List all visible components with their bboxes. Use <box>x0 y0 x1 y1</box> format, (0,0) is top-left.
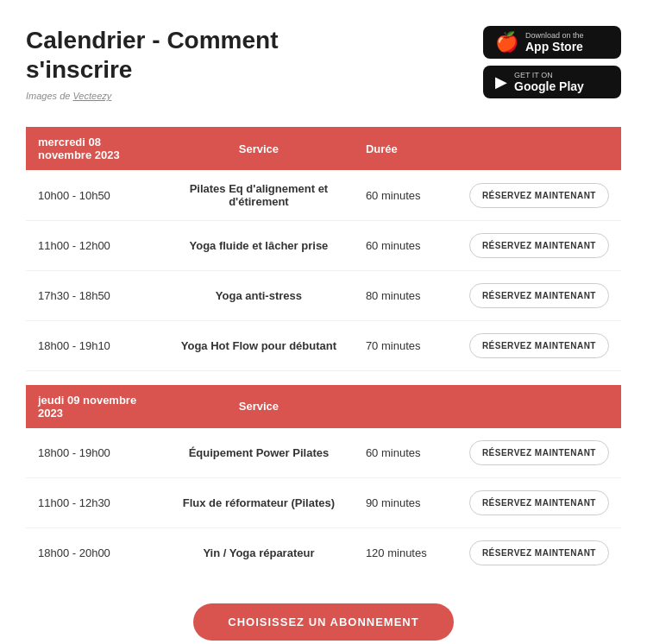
action-cell: RÉSERVEZ MAINTENANT <box>457 170 621 221</box>
section-service-header: Service <box>164 127 354 170</box>
google-play-badge[interactable]: ▶ GET IT ON Google Play <box>483 66 621 98</box>
section-service-header: Service <box>164 385 354 428</box>
apple-badge-big: App Store <box>525 40 584 54</box>
time-cell: 17h30 - 18h50 <box>26 271 164 321</box>
section-duree-header <box>354 385 457 428</box>
duration-cell: 60 minutes <box>354 170 457 221</box>
section-date: mercredi 08 novembre 2023 <box>26 127 164 170</box>
table-row: 18h00 - 19h10 Yoga Hot Flow pour débutan… <box>26 321 621 371</box>
apple-store-badge[interactable]: 🍎 Download on the App Store <box>483 26 621 59</box>
reserve-button[interactable]: RÉSERVEZ MAINTENANT <box>469 540 609 565</box>
service-cell: Yoga anti-stress <box>164 271 354 321</box>
duration-cell: 120 minutes <box>354 527 457 578</box>
table-row: 17h30 - 18h50 Yoga anti-stress 80 minute… <box>26 271 621 321</box>
duration-cell: 90 minutes <box>354 477 457 527</box>
reserve-button[interactable]: RÉSERVEZ MAINTENANT <box>469 333 609 358</box>
time-cell: 18h00 - 20h00 <box>26 527 164 578</box>
section-date: jeudi 09 novembre 2023 <box>26 385 164 428</box>
section-header-0: mercredi 08 novembre 2023 Service Durée <box>26 127 621 170</box>
section-header-1: jeudi 09 novembre 2023 Service <box>26 385 621 428</box>
subtitle-link[interactable]: Vecteezy <box>72 91 111 101</box>
service-cell: Équipement Power Pilates <box>164 428 354 478</box>
reserve-button[interactable]: RÉSERVEZ MAINTENANT <box>469 183 609 208</box>
action-cell: RÉSERVEZ MAINTENANT <box>457 527 621 578</box>
app-badges: 🍎 Download on the App Store ▶ GET IT ON … <box>483 26 621 98</box>
subtitle: Images de Vecteezy <box>26 91 279 101</box>
reserve-button[interactable]: RÉSERVEZ MAINTENANT <box>469 233 609 258</box>
page-title: Calendrier - Comment s'inscrire <box>26 26 279 84</box>
apple-badge-small: Download on the <box>525 31 584 40</box>
service-cell: Yin / Yoga réparateur <box>164 527 354 578</box>
apple-icon: 🍎 <box>495 33 518 52</box>
table-row: 11h00 - 12h30 Flux de réformateur (Pilat… <box>26 477 621 527</box>
time-cell: 10h00 - 10h50 <box>26 170 164 221</box>
reserve-button[interactable]: RÉSERVEZ MAINTENANT <box>469 490 609 515</box>
table-row: 18h00 - 20h00 Yin / Yoga réparateur 120 … <box>26 527 621 578</box>
title-block: Calendrier - Comment s'inscrire Images d… <box>26 26 279 101</box>
section-duree-header: Durée <box>354 127 457 170</box>
duration-cell: 70 minutes <box>354 321 457 371</box>
header-section: Calendrier - Comment s'inscrire Images d… <box>26 26 621 101</box>
time-cell: 18h00 - 19h10 <box>26 321 164 371</box>
subscribe-button[interactable]: CHOISISSEZ UN ABONNEMENT <box>193 603 453 641</box>
google-badge-small: GET IT ON <box>514 71 584 79</box>
service-cell: Yoga fluide et lâcher prise <box>164 221 354 271</box>
service-cell: Flux de réformateur (Pilates) <box>164 477 354 527</box>
time-cell: 11h00 - 12h00 <box>26 221 164 271</box>
duration-cell: 80 minutes <box>354 271 457 321</box>
table-row: 18h00 - 19h00 Équipement Power Pilates 6… <box>26 428 621 478</box>
time-cell: 11h00 - 12h30 <box>26 477 164 527</box>
table-row: 10h00 - 10h50 Pilates Eq d'alignement et… <box>26 170 621 221</box>
duration-cell: 60 minutes <box>354 428 457 478</box>
calendar-table: mercredi 08 novembre 2023 Service Durée … <box>26 127 621 578</box>
service-cell: Yoga Hot Flow pour débutant <box>164 321 354 371</box>
service-cell: Pilates Eq d'alignement et d'étirement <box>164 170 354 221</box>
action-cell: RÉSERVEZ MAINTENANT <box>457 477 621 527</box>
time-cell: 18h00 - 19h00 <box>26 428 164 478</box>
google-play-icon: ▶ <box>495 74 507 90</box>
reserve-button[interactable]: RÉSERVEZ MAINTENANT <box>469 440 609 465</box>
google-badge-big: Google Play <box>514 79 584 93</box>
action-cell: RÉSERVEZ MAINTENANT <box>457 221 621 271</box>
table-row: 11h00 - 12h00 Yoga fluide et lâcher pris… <box>26 221 621 271</box>
action-cell: RÉSERVEZ MAINTENANT <box>457 321 621 371</box>
reserve-button[interactable]: RÉSERVEZ MAINTENANT <box>469 283 609 308</box>
action-cell: RÉSERVEZ MAINTENANT <box>457 271 621 321</box>
action-cell: RÉSERVEZ MAINTENANT <box>457 428 621 478</box>
bottom-btn-container: CHOISISSEZ UN ABONNEMENT <box>26 603 621 641</box>
duration-cell: 60 minutes <box>354 221 457 271</box>
